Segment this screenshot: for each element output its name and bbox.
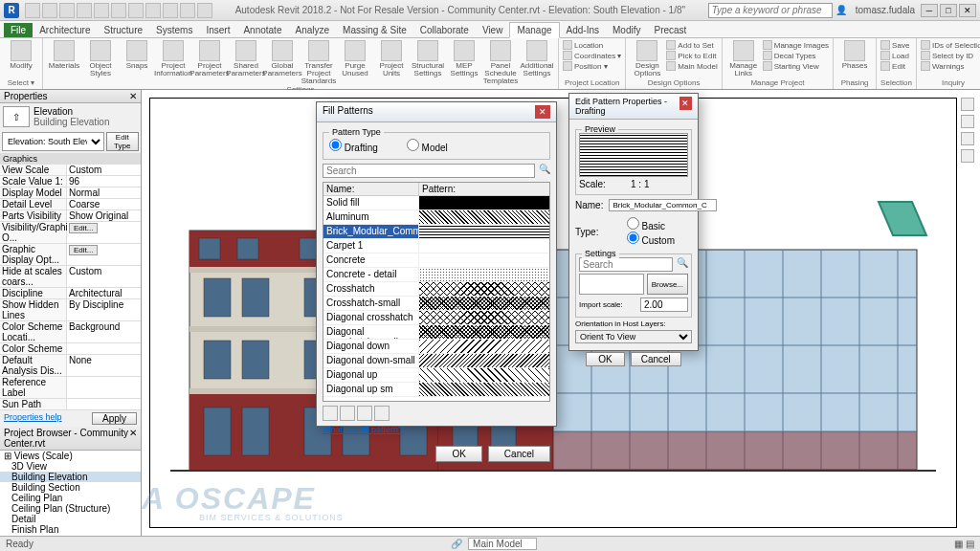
tab-addins[interactable]: Add-Ins <box>560 23 606 37</box>
custom-radio[interactable]: Custom <box>627 231 675 246</box>
qat-undo-icon[interactable] <box>59 3 75 18</box>
nav-wheel-icon[interactable] <box>961 115 974 128</box>
ribbon-btn-phases[interactable]: Phases <box>837 40 872 70</box>
property-row[interactable]: Visibility/Graphics O...Edit... <box>0 222 141 244</box>
ribbon-small-load[interactable]: Load <box>880 51 909 60</box>
model-radio[interactable]: Model <box>407 139 448 153</box>
pattern-row[interactable]: Diagonal crosshatch <box>323 311 549 325</box>
ribbon-btn-objectstyles[interactable]: Object Styles <box>83 40 118 77</box>
ribbon-btn-projectparameters[interactable]: Project Parameters <box>192 40 227 77</box>
qat-align-icon[interactable] <box>128 3 144 18</box>
tab-file[interactable]: File <box>4 23 33 37</box>
search-icon[interactable]: 🔍 <box>677 257 688 272</box>
tab-massingsite[interactable]: Massing & Site <box>336 23 413 37</box>
tab-insert[interactable]: Insert <box>199 23 236 37</box>
status-filter-icon[interactable]: ▤ <box>966 539 974 549</box>
property-row[interactable]: Default Analysis Dis...None <box>0 355 141 377</box>
tab-systems[interactable]: Systems <box>149 23 199 37</box>
tree-item[interactable]: Building Elevation <box>0 472 141 482</box>
ribbon-small-coordinates[interactable]: Coordinates ▾ <box>563 51 621 60</box>
search-icon[interactable]: 🔍 <box>539 164 550 178</box>
qat-3d-icon[interactable] <box>197 3 212 18</box>
property-row[interactable]: Detail LevelCoarse <box>0 199 141 210</box>
orientation-select[interactable]: Orient To View <box>575 330 692 343</box>
ribbon-btn-globalparameters[interactable]: Global Parameters <box>265 40 300 77</box>
property-row[interactable]: Display ModelNormal <box>0 187 141 199</box>
file-search-input[interactable] <box>579 257 673 272</box>
ribbon-btn-designoptions[interactable]: Design Options <box>630 40 664 77</box>
pattern-row[interactable]: Diagonal down <box>323 340 549 354</box>
qat-thin-lines-icon[interactable] <box>145 3 161 18</box>
duplicate-pattern-icon[interactable] <box>374 406 390 421</box>
property-row[interactable]: Color Scheme Locati...Background <box>0 321 141 343</box>
tab-annotate[interactable]: Annotate <box>236 23 288 37</box>
navigation-bar[interactable] <box>959 98 976 212</box>
pattern-row[interactable]: Crosshatch-small <box>323 297 549 311</box>
tree-item[interactable]: Detail <box>0 514 141 524</box>
delete-pattern-icon[interactable] <box>357 406 372 421</box>
property-row[interactable]: Scale Value 1:96 <box>0 176 141 187</box>
edit-cancel-button[interactable]: Cancel <box>631 352 681 366</box>
ribbon-btn-materials[interactable]: Materials <box>47 40 81 70</box>
ribbon-btn-panelscheduletemplates[interactable]: Panel Schedule Templates <box>483 40 518 85</box>
qat-redo-icon[interactable] <box>77 3 92 18</box>
pattern-row[interactable]: Aluminum <box>323 210 549 225</box>
nav-zoom-icon[interactable] <box>961 149 974 163</box>
selection-filter-icon[interactable]: ▦ <box>954 539 963 549</box>
tree-item[interactable]: Building Section <box>0 482 141 493</box>
status-icon[interactable]: 🔗 <box>451 539 462 549</box>
tab-view[interactable]: View <box>476 23 510 37</box>
tab-precast[interactable]: Precast <box>647 23 693 37</box>
qat-open-icon[interactable] <box>25 3 40 18</box>
tree-item[interactable]: 3D View <box>0 461 141 472</box>
drafting-radio[interactable]: Drafting <box>329 139 378 153</box>
import-scale-input[interactable] <box>640 298 688 312</box>
ribbon-btn-purgeunused[interactable]: Purge Unused <box>338 40 372 77</box>
tree-item[interactable]: ⊞ Views (Scale) <box>0 451 141 461</box>
design-option-status[interactable]: Main Model <box>468 538 537 550</box>
property-row[interactable]: Show Hidden LinesBy Discipline <box>0 299 141 321</box>
app-icon[interactable]: R <box>4 3 19 18</box>
ribbon-btn-transferprojectstandards[interactable]: Transfer Project Standards <box>301 40 336 85</box>
pattern-row[interactable]: Diagonal up <box>323 368 549 383</box>
property-row[interactable]: Reference Label <box>0 377 141 399</box>
qat-close-icon[interactable] <box>163 3 178 18</box>
ribbon-small-edit[interactable]: Edit <box>880 61 909 71</box>
ribbon-btn-mepsettings[interactable]: MEP Settings <box>447 40 481 77</box>
tab-collaborate[interactable]: Collaborate <box>413 23 476 37</box>
tree-item[interactable]: Finish Plan <box>0 524 141 535</box>
pattern-row[interactable]: Crosshatch <box>323 282 549 297</box>
ribbon-small-mainmodel[interactable]: Main Model <box>666 61 717 71</box>
tab-architecture[interactable]: Architecture <box>33 23 97 37</box>
ribbon-small-startingview[interactable]: Starting View <box>763 61 829 71</box>
edit-ok-button[interactable]: OK <box>586 352 624 366</box>
ribbon-btn-additionalsettings[interactable]: Additional Settings <box>520 40 554 77</box>
ribbon-btn-modify[interactable]: Modify <box>4 40 38 70</box>
apply-button[interactable]: Apply <box>92 412 137 425</box>
minimize-button[interactable]: ─ <box>921 4 938 17</box>
help-search-input[interactable] <box>708 3 833 18</box>
property-row[interactable]: Parts VisibilityShow Original <box>0 210 141 222</box>
property-row[interactable]: Color Scheme <box>0 343 141 355</box>
qat-measure-icon[interactable] <box>111 3 126 18</box>
file-list[interactable] <box>579 274 644 295</box>
fill-patterns-titlebar[interactable]: Fill Patterns ✕ <box>317 102 556 122</box>
qat-print-icon[interactable] <box>94 3 109 18</box>
properties-help-link[interactable]: Properties help <box>4 412 62 425</box>
ribbon-small-idsofselection[interactable]: IDs of Selection <box>921 40 980 50</box>
infocenter-icon[interactable]: 👤 <box>835 5 847 15</box>
qat-switch-icon[interactable] <box>180 3 195 18</box>
fill-patterns-close-icon[interactable]: ✕ <box>535 105 550 119</box>
maximize-button[interactable]: □ <box>940 4 957 17</box>
ribbon-btn-snaps[interactable]: Snaps <box>120 40 154 70</box>
ribbon-small-warnings[interactable]: Warnings <box>921 61 980 71</box>
pattern-row[interactable]: Diagonal up sm <box>323 383 549 397</box>
pattern-row[interactable]: Concrete <box>323 253 549 268</box>
pattern-row[interactable]: Diagonal crosshatch-small <box>323 325 549 340</box>
nav-home-icon[interactable] <box>961 98 974 111</box>
ribbon-small-decaltypes[interactable]: Decal Types <box>763 51 829 60</box>
ribbon-btn-sharedparameters[interactable]: Shared Parameters <box>229 40 263 77</box>
property-row[interactable]: DisciplineArchitectural <box>0 288 141 299</box>
ribbon-btn-projectunits[interactable]: Project Units <box>374 40 409 77</box>
pattern-row[interactable]: Diagonal down-small <box>323 354 549 368</box>
